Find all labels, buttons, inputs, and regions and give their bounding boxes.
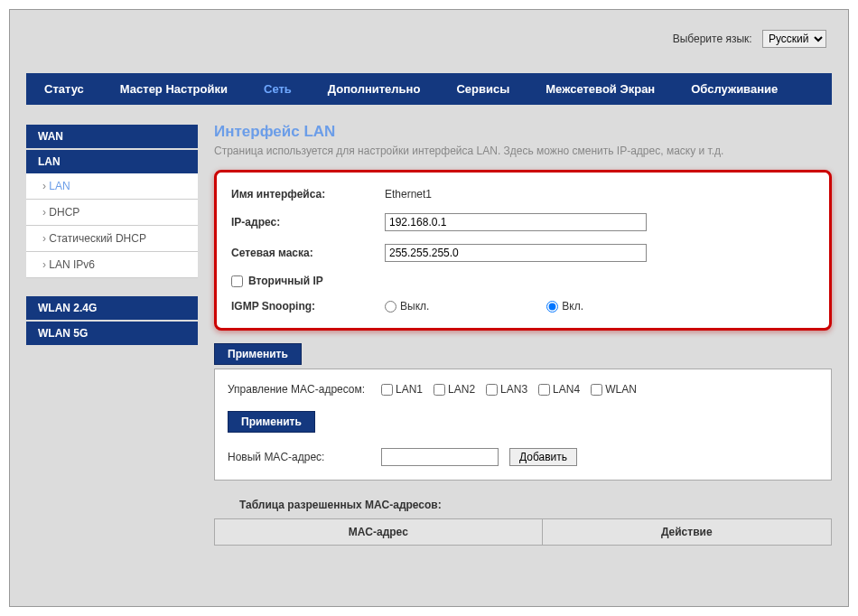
- mac-port-lan4[interactable]: LAN4: [538, 383, 580, 396]
- mac-table-col-mac: MAC-адрес: [215, 519, 543, 546]
- sidebar-item-dhcp[interactable]: DHCP: [26, 200, 198, 226]
- igmp-off-radio[interactable]: [385, 301, 396, 313]
- mac-port-wlan[interactable]: WLAN: [591, 383, 637, 396]
- page-description: Страница используется для настройки инте…: [214, 145, 832, 157]
- topnav-tab-6[interactable]: Обслуживание: [673, 73, 796, 105]
- add-mac-button[interactable]: Добавить: [509, 448, 577, 466]
- topnav-tab-5[interactable]: Межсетевой Экран: [527, 73, 673, 105]
- sidebar-head-wan[interactable]: WAN: [26, 125, 198, 148]
- mac-table: MAC-адрес Действие: [214, 518, 832, 546]
- top-navigation: СтатусМастер НастройкиСетьДополнительноС…: [26, 73, 832, 105]
- secondary-ip-label: Вторичный IP: [248, 275, 323, 287]
- mac-port-checkbox-wlan[interactable]: [591, 384, 602, 396]
- mac-management-panel: Управление MAC-адресом: LAN1LAN2LAN3LAN4…: [214, 369, 832, 481]
- new-mac-input[interactable]: [381, 448, 499, 466]
- apply-button-mac[interactable]: Применить: [228, 411, 315, 433]
- lan-settings-panel: Имя интерфейса: Ethernet1 IP-адрес: Сете…: [214, 170, 832, 331]
- content-area: Интерфейс LAN Страница используется для …: [214, 123, 832, 546]
- interface-name-value: Ethernet1: [385, 188, 432, 201]
- topnav-tab-0[interactable]: Статус: [26, 73, 102, 105]
- mac-port-checkbox-lan3[interactable]: [486, 384, 498, 396]
- topnav-tab-2[interactable]: Сеть: [246, 73, 310, 105]
- netmask-input[interactable]: [385, 244, 647, 262]
- mac-port-lan2[interactable]: LAN2: [434, 383, 475, 396]
- igmp-label: IGMP Snooping:: [231, 300, 385, 313]
- page-title: Интерфейс LAN: [214, 123, 832, 141]
- mac-port-checkbox-lan4[interactable]: [538, 384, 550, 396]
- language-select[interactable]: Русский: [762, 30, 826, 48]
- sidebar-item-lan[interactable]: LAN: [26, 173, 198, 200]
- mac-port-lan3[interactable]: LAN3: [486, 383, 527, 396]
- igmp-off-label: Выкл.: [400, 300, 429, 313]
- sidebar-head-lan[interactable]: LAN: [26, 150, 198, 173]
- new-mac-label: Новый MAC-адрес:: [228, 451, 381, 463]
- mac-manage-label: Управление MAC-адресом:: [228, 383, 381, 396]
- mac-table-title: Таблица разрешенных MAC-адресов:: [214, 490, 832, 518]
- topnav-tab-3[interactable]: Дополнительно: [310, 73, 439, 105]
- mac-port-checkbox-lan1[interactable]: [381, 384, 393, 396]
- ip-address-label: IP-адрес:: [231, 216, 385, 229]
- igmp-on-label: Вкл.: [562, 300, 583, 313]
- language-selector-bar: Выберите язык: Русский: [673, 30, 826, 48]
- topnav-tab-4[interactable]: Сервисы: [438, 73, 527, 105]
- sidebar-item-lan-ipv6[interactable]: LAN IPv6: [26, 252, 198, 278]
- ip-address-input[interactable]: [385, 213, 647, 231]
- igmp-on-radio[interactable]: [546, 301, 558, 313]
- netmask-label: Сетевая маска:: [231, 247, 385, 259]
- sidebar-head-wlan5[interactable]: WLAN 5G: [26, 322, 198, 345]
- topnav-tab-1[interactable]: Мастер Настройки: [102, 73, 246, 105]
- apply-button-top[interactable]: Применить: [214, 343, 302, 365]
- sidebar-head-wlan24[interactable]: WLAN 2.4G: [26, 296, 198, 320]
- secondary-ip-checkbox[interactable]: [231, 275, 243, 287]
- mac-port-lan1[interactable]: LAN1: [381, 383, 423, 396]
- mac-table-col-action: Действие: [542, 519, 832, 546]
- mac-port-checkbox-lan2[interactable]: [434, 384, 445, 396]
- sidebar: WAN LAN LAN DHCP Статический DHCP LAN IP…: [26, 123, 198, 546]
- sidebar-item-static-dhcp[interactable]: Статический DHCP: [26, 226, 198, 252]
- interface-name-label: Имя интерфейса:: [231, 188, 385, 201]
- language-label: Выберите язык:: [673, 33, 752, 45]
